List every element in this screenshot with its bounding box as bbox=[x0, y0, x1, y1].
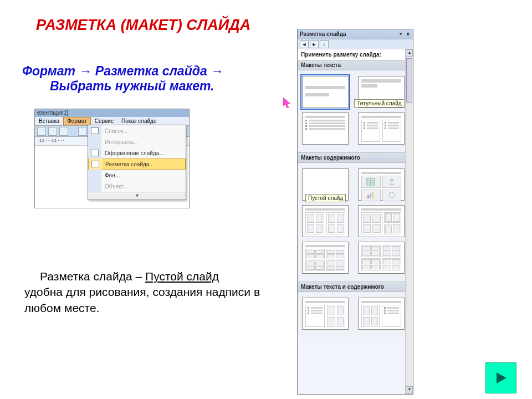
svg-rect-7 bbox=[372, 192, 374, 198]
menu-format[interactable]: Формат bbox=[63, 117, 91, 125]
toolbar-button[interactable] bbox=[59, 127, 68, 136]
home-icon[interactable]: ⌂ bbox=[320, 40, 329, 48]
svg-point-8 bbox=[389, 192, 395, 198]
toolbar-button[interactable] bbox=[48, 127, 57, 136]
svg-rect-6 bbox=[370, 193, 371, 198]
forward-icon[interactable]: ► bbox=[310, 40, 319, 48]
menu-expand[interactable]: ▾ bbox=[88, 192, 186, 200]
person-icon bbox=[382, 176, 402, 188]
layout-thumb-three-content[interactable] bbox=[358, 205, 405, 237]
page-title: РАЗМЕТКА (МАКЕТ) СЛАЙДА bbox=[36, 17, 250, 34]
instruction-text: Формат → Разметка слайда → Выбрать нужны… bbox=[22, 64, 260, 94]
scroll-thumb[interactable] bbox=[406, 58, 412, 103]
pane-scrollbar[interactable]: ▴ ▾ bbox=[405, 49, 413, 394]
arrow-icon: → bbox=[211, 64, 223, 78]
tooltip-blank-slide: Пустой слайд bbox=[305, 194, 346, 202]
arrow-icon: → bbox=[79, 64, 91, 78]
instr-p2: Разметка слайда bbox=[95, 64, 207, 78]
table-icon bbox=[361, 176, 381, 188]
layout-thumb-content-text[interactable] bbox=[358, 242, 405, 274]
pane-dropdown-icon[interactable]: ▼ bbox=[396, 32, 405, 37]
body-paragraph: Разметка слайда – Пустой слайд удобна дл… bbox=[24, 269, 285, 316]
window-title: езентация1] bbox=[35, 109, 189, 117]
pane-nav: ◄ ► ⌂ bbox=[298, 39, 413, 49]
group-text-content-layouts: Макеты текста и содержимого bbox=[298, 282, 413, 292]
body-line1b: Пустой слайд bbox=[145, 270, 219, 283]
close-icon[interactable]: × bbox=[405, 31, 411, 37]
layout-thumb-text-content[interactable] bbox=[302, 298, 349, 330]
next-slide-button[interactable] bbox=[485, 362, 516, 393]
svg-rect-5 bbox=[367, 195, 369, 198]
layout-thumb-two-content[interactable] bbox=[302, 205, 349, 237]
back-icon[interactable]: ◄ bbox=[300, 40, 309, 48]
toolbar-button[interactable] bbox=[37, 127, 46, 136]
body-line2: удобна для рисования, создания надписи в… bbox=[24, 285, 260, 314]
pane-title: Разметка слайда bbox=[300, 31, 396, 37]
chart-icon bbox=[361, 190, 381, 202]
menu-screenshot: езентация1] Вставка Формат Сервис Показ … bbox=[34, 109, 190, 208]
scroll-down-icon[interactable]: ▾ bbox=[406, 386, 413, 394]
group-text-layouts: Макеты текста bbox=[298, 60, 413, 70]
toolbar-button[interactable] bbox=[78, 127, 87, 136]
tooltip-title-slide: Титульный слайд bbox=[354, 99, 405, 108]
menu-service[interactable]: Сервис bbox=[91, 117, 117, 125]
instr-p1: Формат bbox=[22, 64, 75, 78]
menu-slideshow[interactable]: Показ слайдо bbox=[117, 117, 161, 125]
scroll-up-icon[interactable]: ▴ bbox=[406, 49, 413, 57]
format-dropdown: Список... Интервалы... Оформление слайда… bbox=[88, 125, 186, 200]
pane-subtitle: Применить разметку слайда: bbox=[298, 49, 413, 60]
layout-thumb-two-col[interactable] bbox=[358, 112, 405, 145]
menu-item-object[interactable]: Объект... bbox=[88, 181, 186, 192]
layout-thumb-title[interactable] bbox=[302, 76, 349, 108]
layout-thumb-content[interactable] bbox=[358, 168, 405, 201]
instr-p3: Выбрать нужный макет. bbox=[22, 79, 260, 94]
layout-thumb-bullets[interactable] bbox=[302, 112, 349, 145]
layout-thumb-content-text-r[interactable] bbox=[358, 298, 405, 330]
menu-item-design[interactable]: Оформление слайда... bbox=[88, 147, 186, 158]
layout-thumb-four-content[interactable] bbox=[302, 242, 349, 274]
pane-header: Разметка слайда ▼ × bbox=[298, 29, 413, 39]
menu-item-intervals[interactable]: Интервалы... bbox=[88, 136, 186, 147]
cursor-icon bbox=[283, 97, 291, 109]
play-icon bbox=[493, 370, 509, 386]
body-line1a: Разметка слайда – bbox=[40, 270, 145, 283]
svg-point-4 bbox=[390, 178, 393, 182]
group-content-layouts: Макеты содержимого bbox=[298, 152, 413, 163]
media-icon bbox=[382, 190, 402, 202]
menu-insert[interactable]: Вставка bbox=[35, 117, 63, 125]
menu-item-layout[interactable]: Разметка слайда... bbox=[88, 158, 186, 170]
menu-item-background[interactable]: Фон... bbox=[88, 170, 186, 181]
menu-item-list[interactable]: Список... bbox=[88, 125, 186, 136]
layout-task-pane: Разметка слайда ▼ × ◄ ► ⌂ Применить разм… bbox=[297, 29, 413, 395]
